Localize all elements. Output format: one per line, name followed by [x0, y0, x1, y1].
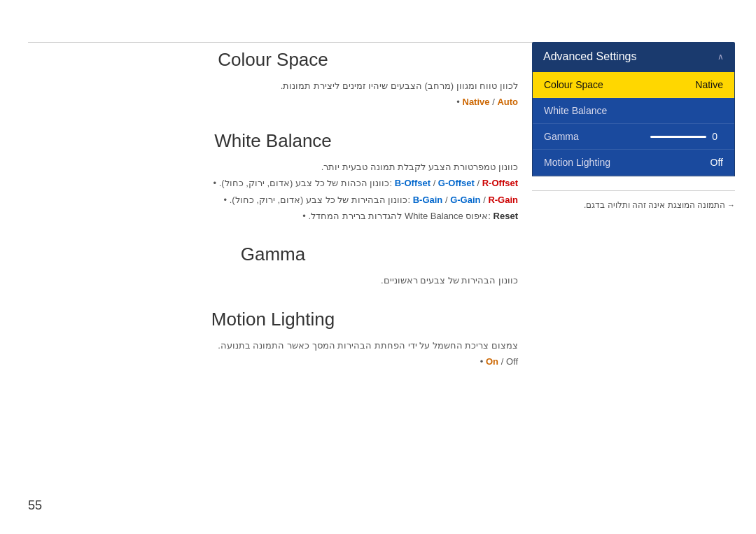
panel-chevron: ∧ [718, 52, 724, 62]
colour-space-bullet: • [456, 97, 460, 107]
menu-colour-space-value: Native [695, 79, 723, 90]
panel-menu: Colour Space Native White Balance Gamma … [532, 71, 735, 176]
right-panel: Advanced Settings ∧ Colour Space Native … [532, 42, 735, 218]
wb-reset: Reset [493, 211, 518, 221]
ml-slash: / [501, 356, 506, 367]
wb-sep1: / [433, 178, 438, 188]
wb-b-offset: B-Offset [395, 178, 430, 188]
ml-on: On [486, 356, 498, 367]
wb-sep2: / [477, 178, 482, 188]
wb-g-gain: G-Gain [450, 195, 480, 205]
ml-desc: צמצום צריכת החשמל על ידי הפחתת הבהירות ה… [218, 340, 518, 351]
menu-item-gamma[interactable]: Gamma 0 [533, 124, 734, 150]
menu-white-balance-label: White Balance [544, 105, 607, 116]
colour-space-title: Colour Space [28, 49, 518, 71]
menu-colour-space-label: Colour Space [544, 79, 603, 90]
wb-reset-desc: :איפוס White Balance להגדרות ברירת המחדל… [302, 211, 491, 221]
ml-bullet: • [480, 356, 484, 367]
colour-space-desc: לכוון טווח ומגוון (מרחב) הצבעים שיהיו זמ… [281, 80, 518, 91]
white-balance-text: כוונון טמפרטורת הצבע לקבלת תמונה טבעית י… [28, 159, 518, 225]
gamma-section: Gamma כוונון הבהירות של צבעים ראשוניים. [28, 244, 518, 288]
gamma-title: Gamma [28, 244, 518, 265]
main-content: Colour Space לכוון טווח ומגוון (מרחב) הצ… [28, 49, 518, 390]
wb-desc: כוונון טמפרטורת הצבע לקבלת תמונה טבעית י… [321, 162, 518, 172]
panel-header: Advanced Settings ∧ [532, 42, 735, 71]
page-number: 55 [28, 498, 42, 513]
panel-title: Advanced Settings [543, 50, 636, 63]
wb-r-offset: R-Offset [482, 178, 518, 188]
top-divider [28, 42, 546, 43]
white-balance-title: White Balance [28, 130, 518, 152]
menu-motion-lighting-value: Off [710, 157, 723, 168]
panel-note: התמונה המוצגת אינה זהה ותלויה בדגם. [584, 200, 735, 210]
wb-g-offset: G-Offset [438, 178, 475, 188]
gamma-text: כוונון הבהירות של צבעים ראשוניים. [28, 272, 518, 288]
menu-item-white-balance[interactable]: White Balance [533, 98, 734, 124]
wb-b-gain: B-Gain [413, 195, 443, 205]
colour-space-auto: Auto [497, 97, 518, 107]
menu-gamma-value: 0 [712, 131, 718, 142]
menu-item-colour-space[interactable]: Colour Space Native [533, 72, 734, 98]
colour-space-text: לכוון טווח ומגוון (מרחב) הצבעים שיהיו זמ… [28, 78, 518, 111]
wb-r-gain: R-Gain [488, 195, 518, 205]
ml-off: Off [506, 356, 518, 367]
white-balance-section: White Balance כוונון טמפרטורת הצבע לקבלת… [28, 130, 518, 225]
gamma-bar-container: 0 [579, 131, 718, 142]
colour-space-native: Native [463, 97, 490, 107]
motion-lighting-section: Motion Lighting צמצום צריכת החשמל על ידי… [28, 309, 518, 370]
gamma-desc: כוונון הבהירות של צבעים ראשוניים. [381, 275, 518, 286]
menu-motion-lighting-label: Motion Lighting [544, 157, 610, 168]
wb-offset-desc: :כוונון הכהות של כל צבע (אדום, ירוק, כחו… [214, 178, 393, 188]
motion-lighting-text: צמצום צריכת החשמל על ידי הפחתת הבהירות ה… [28, 337, 518, 370]
menu-gamma-label: Gamma [544, 131, 579, 142]
wb-gain-desc: :כוונון הבהירות של כל צבע (אדום, ירוק, כ… [224, 195, 411, 205]
panel-note-section: התמונה המוצגת אינה זהה ותלויה בדגם. [532, 190, 735, 218]
colour-space-section: Colour Space לכוון טווח ומגוון (מרחב) הצ… [28, 49, 518, 111]
menu-item-motion-lighting[interactable]: Motion Lighting Off [533, 150, 734, 176]
motion-lighting-title: Motion Lighting [28, 309, 518, 330]
gamma-bar [650, 136, 706, 138]
